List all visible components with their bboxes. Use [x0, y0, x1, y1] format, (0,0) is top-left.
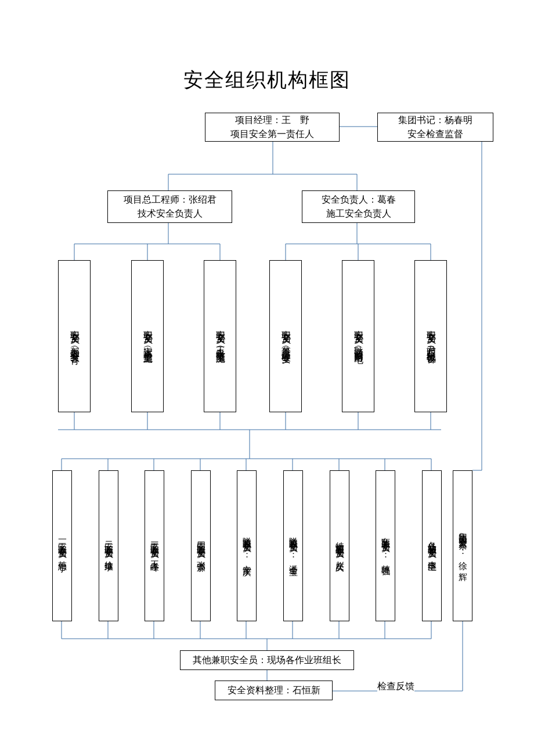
- node-project-manager: 项目经理：王 野 项目安全第一责任人: [205, 113, 340, 142]
- node-fulltime-1: 专职安全员：郝为奇（安全教育）: [58, 260, 91, 412]
- pm-line1: 项目经理：王 野: [235, 113, 309, 127]
- group-line2: 安全检查监督: [407, 127, 463, 141]
- safety-line2: 施工安全负责人: [326, 207, 391, 221]
- label-feedback: 检查反馈: [377, 681, 414, 693]
- node-part-6: 隧道兼职安全员 ：潘金宝: [283, 470, 303, 621]
- node-fulltime-6: 专职安全员：尹明权（机械设备）: [414, 260, 447, 412]
- node-fulltime-4: 专职安全员：董景全（爆破安全）: [269, 260, 302, 412]
- node-part-4: 四工区兼职安全员：张书森: [191, 470, 211, 621]
- node-part-2: 二工区兼职安全员：徐继承: [99, 470, 118, 621]
- node-safety-data: 安全资料整理：石恒新: [215, 681, 333, 700]
- node-part-1: 一工区兼职安全员：韩忠宇: [52, 470, 72, 621]
- safety-line1: 安全负责人：葛春: [322, 193, 396, 207]
- node-part-7: 特大桥兼职安全员：赵庆久: [330, 470, 349, 621]
- node-part-5: 隧道兼职安全员 ：辛家庆: [237, 470, 257, 621]
- chief-line1: 项目总工程师：张绍君: [124, 193, 217, 207]
- node-chief-engineer: 项目总工程师：张绍君 技术安全负责人: [107, 190, 232, 223]
- node-safety-lead: 安全负责人：葛春 施工安全负责人: [302, 190, 415, 223]
- node-other-parttime: 其他兼职安全员：现场各作业班组长: [180, 650, 354, 670]
- chief-line2: 技术安全负责人: [138, 207, 203, 221]
- node-fulltime-3: 专职安全员：王永升（隧道施工）: [204, 260, 236, 412]
- node-part-10: 集团公司安全监察 ：徐 辉: [453, 470, 472, 621]
- node-group-secretary: 集团书记：杨春明 安全检查监督: [377, 113, 493, 142]
- group-line1: 集团书记：杨春明: [398, 113, 472, 127]
- node-fulltime-5: 专职安全员：耿海波（临时用电）: [342, 260, 374, 412]
- node-part-8: 车队兼职安全员 ：韩晓强: [376, 470, 395, 621]
- node-fulltime-2: 专职安全员：宋运喜（桥梁施工）: [131, 260, 164, 412]
- diagram-title: 安全组织机构框图: [0, 67, 534, 93]
- node-part-3: 三工区兼职安全员：王孝峰: [145, 470, 164, 621]
- pm-line2: 项目安全第一责任人: [230, 127, 314, 141]
- node-part-9: 各场站兼职安全员：李继臣: [422, 470, 442, 621]
